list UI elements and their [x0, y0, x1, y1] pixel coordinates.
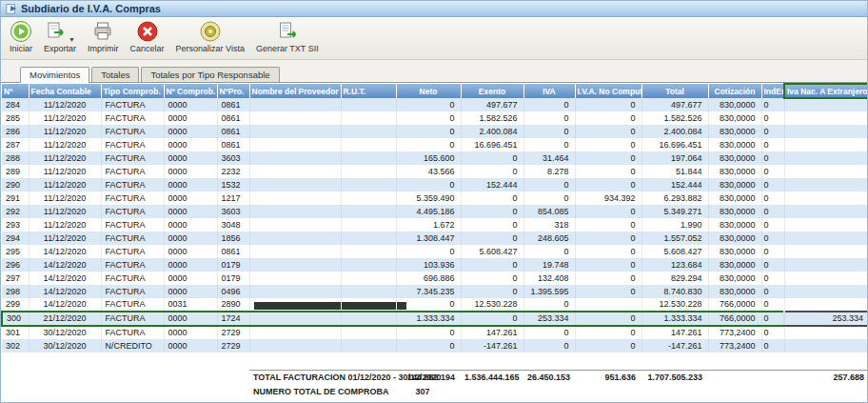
- cell: 296: [2, 258, 29, 272]
- table-row[interactable]: 29914/12/2020FACTURA00312890012.530.2280…: [2, 298, 867, 312]
- cell: 0861: [217, 98, 249, 111]
- generar-txt-sii-button[interactable]: Generar TXT SII: [250, 18, 325, 53]
- cell: 11/12/2020: [29, 138, 101, 151]
- column-header-13[interactable]: Cotización: [708, 84, 761, 98]
- tab-totales[interactable]: Totales: [91, 67, 139, 82]
- table-row[interactable]: 29514/12/2020FACTURA0000086105.608.42700…: [2, 245, 867, 258]
- iniciar-button[interactable]: Iniciar: [4, 18, 38, 53]
- cell: 0: [575, 165, 641, 178]
- tab-totales-por-tipo-responsable[interactable]: Totales por Tipo Responsable: [141, 67, 279, 82]
- cell: 123.684: [641, 258, 708, 272]
- column-header-1[interactable]: Nº: [2, 84, 29, 98]
- cell: 1.557.052: [641, 232, 708, 245]
- table-row[interactable]: 29714/12/2020FACTURA00000179696.8860132.…: [2, 272, 867, 285]
- count-label: NUMERO TOTAL DE COMPROBA: [253, 387, 389, 396]
- cell: 830,0000: [708, 138, 761, 151]
- cell: 934.392: [575, 191, 641, 205]
- table-row[interactable]: 28611/12/2020FACTURA0000086102.400.08400…: [2, 125, 867, 138]
- cell: FACTURA: [101, 285, 164, 298]
- table-row[interactable]: 28811/12/2020FACTURA00003603165.600031.4…: [2, 151, 867, 165]
- cell: 2.400.084: [461, 125, 523, 138]
- cell: 0: [575, 151, 641, 165]
- app-window: Subdiario de I.V.A. Compras Iniciar: [0, 0, 868, 403]
- cell: [341, 285, 396, 298]
- column-header-8[interactable]: Neto: [396, 84, 461, 98]
- cell: 0: [761, 218, 784, 232]
- cell: 0000: [164, 151, 217, 165]
- cell: 2232: [217, 165, 249, 178]
- count-value: 307: [416, 387, 430, 396]
- cancelar-button[interactable]: Cancelar: [125, 18, 170, 53]
- totals-value: 1.707.505.233: [641, 370, 708, 385]
- column-header-6[interactable]: Nombre del Proveedor: [249, 84, 341, 98]
- imprimir-button[interactable]: Imprimir: [82, 18, 125, 53]
- cell: 830,0000: [708, 218, 761, 232]
- table-row[interactable]: 29614/12/2020FACTURA00000179103.936019.7…: [2, 258, 867, 272]
- personalizar-vista-button[interactable]: Personalizar Vista: [170, 18, 250, 53]
- cell: 30/12/2020: [29, 339, 101, 353]
- table-row[interactable]: 29011/12/2020FACTURA000015320152.4440015…: [2, 178, 867, 191]
- cancelar-label: Cancelar: [130, 44, 165, 53]
- column-header-7[interactable]: R.U.T.: [341, 84, 396, 98]
- table-row[interactable]: 29311/12/2020FACTURA000030481.672031801.…: [2, 218, 867, 232]
- cell: 285: [2, 111, 29, 125]
- cell: 0: [575, 245, 641, 258]
- column-header-5[interactable]: NºPro.: [217, 84, 249, 98]
- cell: 0: [523, 138, 575, 151]
- tab-movimientos[interactable]: Movimientos: [20, 67, 89, 83]
- cell: [341, 258, 396, 272]
- table-row[interactable]: 29111/12/2020FACTURA000012175.359.490009…: [2, 191, 867, 205]
- iniciar-label: Iniciar: [10, 44, 32, 53]
- column-header-15[interactable]: Iva Nac. A Extranjero: [784, 84, 867, 98]
- exportar-dropdown-arrow[interactable]: ▼: [69, 36, 75, 43]
- cell: 1856: [217, 232, 249, 245]
- column-header-9[interactable]: Exento: [461, 84, 523, 98]
- cell: 0: [761, 232, 784, 245]
- column-header-10[interactable]: IVA: [523, 84, 575, 98]
- table-row[interactable]: 28411/12/2020FACTURA000008610497.6770049…: [2, 98, 867, 111]
- cell: [249, 285, 341, 298]
- table-row[interactable]: 28711/12/2020FACTURA00000861016.696.4510…: [2, 138, 867, 151]
- cell: 11/12/2020: [29, 218, 101, 232]
- table-row[interactable]: 30021/12/2020FACTURA000017241.333.334025…: [2, 312, 867, 326]
- cell: [784, 258, 867, 272]
- tab-bar: Movimientos Totales Totales por Tipo Res…: [1, 66, 867, 83]
- column-header-12[interactable]: Total: [641, 84, 708, 98]
- table-row[interactable]: 29814/12/2020FACTURA000004967.345.23501.…: [2, 285, 867, 298]
- totals-label: TOTAL FACTURACION 01/12/2020 - 30/12/202…: [249, 370, 396, 385]
- cell: 0861: [217, 111, 249, 125]
- cell: 0000: [164, 285, 217, 298]
- column-header-4[interactable]: Nº Comprob.: [164, 84, 217, 98]
- table-row[interactable]: 28911/12/2020FACTURA0000223243.56608.278…: [2, 165, 867, 178]
- cell: [341, 298, 396, 312]
- table-row[interactable]: 30130/12/2020FACTURA000027290147.2610014…: [2, 326, 867, 339]
- cell: 6.293.882: [641, 191, 708, 205]
- column-header-14[interactable]: IndEmp: [761, 84, 784, 98]
- cell: [784, 165, 867, 178]
- cell: 0: [523, 326, 575, 339]
- window-title: Subdiario de I.V.A. Compras: [21, 3, 161, 14]
- imprimir-label: Imprimir: [88, 44, 119, 53]
- column-header-11[interactable]: I.V.A. No Comput: [575, 84, 641, 98]
- cell: 0861: [217, 125, 249, 138]
- exportar-button[interactable]: ▼ Exportar: [38, 18, 82, 53]
- cell: 301: [2, 326, 29, 339]
- table-row[interactable]: 30230/12/2020N/CREDITO000027290-147.2610…: [2, 339, 867, 353]
- column-header-2[interactable]: Fecha Contable: [29, 84, 101, 98]
- cell: 12.530.228: [641, 298, 708, 312]
- cell: [341, 98, 396, 111]
- totals-row: TOTAL FACTURACION 01/12/2020 - 30/12/202…: [2, 370, 867, 385]
- table-row[interactable]: 29211/12/2020FACTURA000036034.495.186085…: [2, 205, 867, 218]
- cell: 0: [761, 125, 784, 138]
- table-row[interactable]: 28511/12/2020FACTURA0000086101.582.52600…: [2, 111, 867, 125]
- table-row[interactable]: 29411/12/2020FACTURA000018561.308.447024…: [2, 232, 867, 245]
- cell: 300: [2, 312, 29, 326]
- cell: 696.886: [396, 272, 461, 285]
- app-icon: [6, 3, 17, 14]
- cell: 287: [2, 138, 29, 151]
- cell: 830,0000: [708, 165, 761, 178]
- cell: FACTURA: [101, 165, 164, 178]
- column-header-3[interactable]: Tipo Comprob.: [101, 84, 164, 98]
- cell: [341, 165, 396, 178]
- cell: 0: [761, 298, 784, 312]
